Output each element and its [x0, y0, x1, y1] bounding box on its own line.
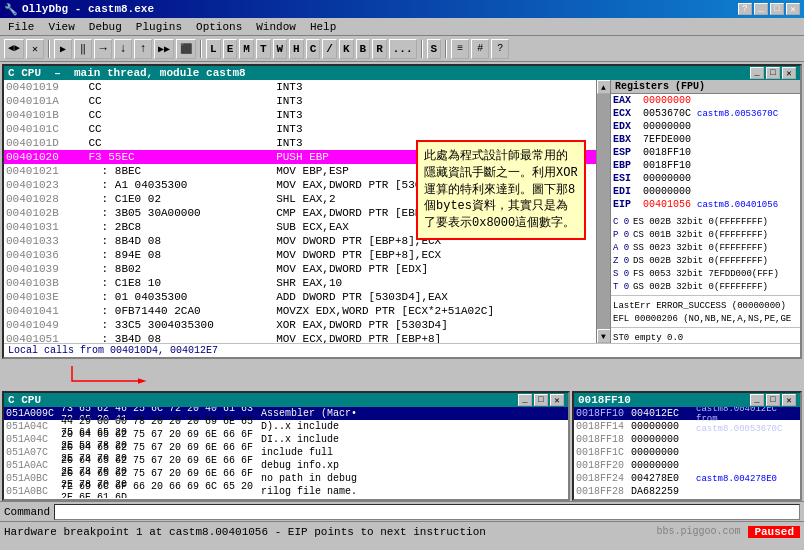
disasm-instr: MOVZX EDX,WORD PTR [ECX*2+51A02C]	[274, 304, 596, 318]
disasm-row[interactable]: 00401036 : 894E 08 MOV DWORD PTR [EBP+8]…	[4, 248, 596, 262]
menu-options[interactable]: Options	[190, 20, 248, 34]
menu-window[interactable]: Window	[250, 20, 302, 34]
tb-help2[interactable]: ?	[491, 39, 509, 59]
stack-row[interactable]: 0018FF18 00000000	[574, 433, 800, 446]
disasm-row[interactable]: 00401019 CC INT3	[4, 80, 596, 94]
reg-ebx: EBX 7EFDE000	[611, 133, 800, 146]
help-btn[interactable]: ?	[738, 3, 752, 15]
tb-T[interactable]: T	[256, 39, 271, 59]
scroll-down-btn[interactable]: ▼	[597, 329, 611, 343]
stack-controls[interactable]: _ □ ✕	[750, 394, 796, 406]
scroll-track[interactable]	[597, 94, 611, 329]
tb-animate-into[interactable]: ▶▶	[154, 39, 174, 59]
stack-row[interactable]: 0018FF1C 00000000	[574, 446, 800, 459]
stack-close[interactable]: ✕	[782, 394, 796, 406]
stack-row[interactable]: 0018FF24 004278E0 castm8.004278E0	[574, 472, 800, 485]
disasm-instr: XOR EAX,DWORD PTR [5303D4]	[274, 318, 596, 332]
disasm-row[interactable]: 00401051 : 3B4D 08 MOV ECX,DWORD PTR [EB…	[4, 332, 596, 343]
stack-row[interactable]: 0018FF20 00000000	[574, 459, 800, 472]
disasm-row[interactable]: 0040101B CC INT3	[4, 108, 596, 122]
reg-eip: EIP 00401056 castm8.00401056	[611, 198, 800, 211]
disasm-addr: 00401019	[4, 80, 86, 94]
reg-ebp: EBP 0018FF10	[611, 159, 800, 172]
reg-esp: ESP 0018FF10	[611, 146, 800, 159]
dump-maximize[interactable]: □	[534, 394, 548, 406]
title-bar: 🔧 OllyDbg - castm8.exe ? _ □ ✕	[0, 0, 804, 18]
tb-B[interactable]: B	[356, 39, 371, 59]
reg-ecx: ECX 0053670C castm8.0053670C	[611, 107, 800, 120]
dump-close[interactable]: ✕	[550, 394, 564, 406]
tb-grid[interactable]: #	[471, 39, 489, 59]
maximize-btn[interactable]: □	[770, 3, 784, 15]
disasm-instr: MOV DWORD PTR [EBP+8],ECX	[274, 248, 596, 262]
command-input[interactable]	[54, 504, 800, 520]
disasm-addr: 0040101B	[4, 108, 86, 122]
tb-S[interactable]: S	[427, 39, 442, 59]
menu-file[interactable]: File	[2, 20, 40, 34]
disasm-addr: 0040101D	[4, 136, 86, 150]
tb-close[interactable]: ✕	[26, 39, 44, 59]
paused-badge: Paused	[748, 526, 800, 538]
reg-lasterr: LastErr ERROR_SUCCESS (00000000)	[611, 299, 800, 312]
cpu-minimize[interactable]: _	[750, 67, 764, 79]
dump-pane[interactable]: C CPU _ □ ✕ 051A009C 73 65 62 46 25 6C 7…	[2, 391, 570, 501]
tb-stop[interactable]: ⬛	[176, 39, 196, 59]
disasm-instr: INT3	[274, 108, 596, 122]
menu-debug[interactable]: Debug	[83, 20, 128, 34]
close-btn[interactable]: ✕	[786, 3, 800, 15]
dump-controls[interactable]: _ □ ✕	[518, 394, 564, 406]
stack-row[interactable]: 0018FF10 004012EC RETURN to castm8.00401…	[574, 407, 800, 420]
tb-K[interactable]: K	[339, 39, 354, 59]
tb-slash[interactable]: /	[322, 39, 337, 59]
menu-help[interactable]: Help	[304, 20, 342, 34]
disasm-row[interactable]: 0040101C CC INT3	[4, 122, 596, 136]
tb-list[interactable]: ≡	[451, 39, 469, 59]
disasm-row[interactable]: 0040101A CC INT3	[4, 94, 596, 108]
cpu-title-text: C CPU – main thread, module castm8	[8, 67, 246, 79]
stack-maximize[interactable]: □	[766, 394, 780, 406]
tb-M[interactable]: M	[239, 39, 254, 59]
disasm-addr: 00401028	[4, 192, 86, 206]
title-bar-controls[interactable]: ? _ □ ✕	[738, 3, 800, 15]
stack-row[interactable]: 0018FF28 DA682259	[574, 485, 800, 498]
disasm-scrollbar[interactable]: ▲ ▼	[596, 80, 610, 343]
stack-row[interactable]: 0018FF2C 00000000	[574, 498, 800, 501]
stack-title: 0018FF10 _ □ ✕	[574, 393, 800, 407]
menu-plugins[interactable]: Plugins	[130, 20, 188, 34]
disasm-row[interactable]: 00401039 : 8B02 MOV EAX,DWORD PTR [EDX]	[4, 262, 596, 276]
disasm-row[interactable]: 00401049 : 33C5 3004035300 XOR EAX,DWORD…	[4, 318, 596, 332]
local-calls: Local calls from 004010D4, 004012E7	[4, 343, 800, 357]
disasm-addr: 00401051	[4, 332, 86, 343]
scroll-up-btn[interactable]: ▲	[597, 80, 611, 94]
tb-step-over[interactable]: ↓	[114, 39, 132, 59]
tb-H[interactable]: H	[289, 39, 304, 59]
tb-step-out[interactable]: ↑	[134, 39, 152, 59]
stack-pane[interactable]: 0018FF10 _ □ ✕ 0018FF10 004012EC RETURN …	[572, 391, 802, 501]
stack-minimize[interactable]: _	[750, 394, 764, 406]
disasm-instr: ADD DWORD PTR [5303D4],EAX	[274, 290, 596, 304]
cpu-maximize[interactable]: □	[766, 67, 780, 79]
cpu-title-controls[interactable]: _ □ ✕	[750, 67, 796, 79]
title-bar-left: 🔧 OllyDbg - castm8.exe	[4, 3, 154, 16]
dump-minimize[interactable]: _	[518, 394, 532, 406]
dump-row[interactable]: 051A0BC 72 69 6C 6F 66 20 66 69 6C 65 20…	[4, 485, 568, 498]
disasm-row[interactable]: 0040103E : 01 04035300 ADD DWORD PTR [53…	[4, 290, 596, 304]
tb-L[interactable]: L	[206, 39, 221, 59]
minimize-btn[interactable]: _	[754, 3, 768, 15]
command-bar: Command	[0, 501, 804, 521]
tb-restart[interactable]: ◄►	[4, 39, 24, 59]
tb-E[interactable]: E	[223, 39, 238, 59]
tb-C[interactable]: C	[306, 39, 321, 59]
disasm-instr: INT3	[274, 80, 596, 94]
disasm-row[interactable]: 0040103B : C1E8 10 SHR EAX,10	[4, 276, 596, 290]
cpu-close[interactable]: ✕	[782, 67, 796, 79]
disasm-row[interactable]: 00401041 : 0FB71440 2CA0 MOVZX EDX,WORD …	[4, 304, 596, 318]
tb-W[interactable]: W	[273, 39, 288, 59]
tb-R[interactable]: R	[372, 39, 387, 59]
tb-run[interactable]: ▶	[54, 39, 72, 59]
tb-step-into[interactable]: →	[94, 39, 112, 59]
menu-view[interactable]: View	[42, 20, 80, 34]
tb-pause[interactable]: ‖	[74, 39, 92, 59]
disasm-pane[interactable]: 00401019 CC INT3 0040101A CC INT3 004010…	[4, 80, 596, 343]
tb-dots[interactable]: ...	[389, 39, 417, 59]
